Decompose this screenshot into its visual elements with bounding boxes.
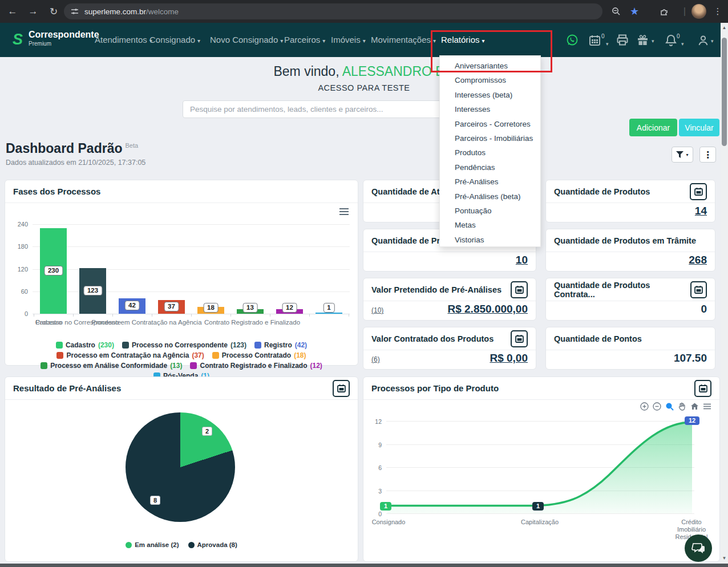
legend-item[interactable]: Em análise (2) (126, 541, 179, 548)
extensions-icon[interactable] (656, 0, 672, 23)
browser-forward-icon[interactable]: → (25, 0, 41, 23)
vincular-button[interactable]: Vincular (679, 119, 719, 136)
dropdown-item-pontua-o[interactable]: Pontuação (440, 204, 540, 218)
calendar-filter-button[interactable] (333, 380, 350, 397)
dropdown-item-pr-an-lises-beta-[interactable]: Pré-Análises (beta) (440, 189, 540, 204)
card-value-link[interactable]: 10 (516, 254, 528, 266)
bar-value-label: 1 (323, 303, 334, 313)
bar-chart-plot: 23012342371813121 (34, 224, 349, 314)
whatsapp-icon[interactable] (566, 31, 579, 49)
bell-icon[interactable] (665, 31, 677, 49)
url-host: superleme.com.br (84, 7, 146, 16)
dropdown-item-pr-an-lises[interactable]: Pré-Análises (440, 175, 540, 189)
more-options-button[interactable]: ⋮ (699, 147, 716, 163)
chevron-down-icon: ▾ (280, 38, 283, 44)
dropdown-item-interesses[interactable]: Interesses (440, 102, 540, 116)
filter-button[interactable]: ▾ (672, 147, 693, 163)
adicionar-button[interactable]: Adicionar (629, 119, 677, 136)
chevron-down-icon: ▾ (681, 41, 684, 47)
card-value-link[interactable]: 14 (695, 205, 707, 217)
scroll-up-icon[interactable]: ▲ (721, 25, 728, 30)
legend-item[interactable]: Cadastro (230) (56, 341, 114, 349)
card-value-link[interactable]: 268 (689, 254, 707, 266)
gift-icon[interactable] (637, 31, 649, 49)
beta-badge: Beta (126, 142, 139, 149)
chart-menu-icon[interactable] (703, 402, 711, 411)
calendar-filter-button[interactable] (511, 281, 528, 298)
legend-item[interactable]: Processo no Correspondente (123) (122, 341, 246, 349)
card-count-link[interactable]: (10) (371, 306, 383, 314)
card-produtos-contratados: Quantidade de Produtos Contrata... 0 (545, 278, 715, 321)
bar-3[interactable]: 37 (152, 224, 191, 314)
calendar-filter-button[interactable] (511, 330, 528, 347)
y-axis-tick: 0 (367, 511, 382, 517)
superleme-logo[interactable]: S (10, 31, 25, 48)
calendar-badge: 0 (601, 33, 605, 39)
nav-consignado[interactable]: Consignado▾ (149, 23, 200, 57)
nav-parceiros[interactable]: Parceiros▾ (284, 23, 325, 57)
bar-1[interactable]: 123 (73, 224, 112, 314)
calendar-filter-button[interactable] (690, 281, 707, 298)
site-settings-icon[interactable] (71, 7, 79, 15)
printer-icon[interactable] (616, 31, 629, 49)
chat-fab-button[interactable] (685, 534, 712, 562)
calendar-icon[interactable] (589, 31, 601, 49)
nav-atendimentos[interactable]: Atendimentos▾ (95, 23, 152, 57)
dropdown-item-parceiros-imobili-rias[interactable]: Parceiros - Imobiliárias (440, 131, 540, 145)
dropdown-item-vistorias[interactable]: Vistorias (440, 233, 540, 247)
bar-4[interactable]: 18 (191, 224, 230, 314)
bar-value-label: 18 (203, 303, 219, 313)
legend-item[interactable]: Aprovada (8) (188, 541, 237, 548)
browser-toolbar: ← → ↻ superleme.com.br/welcome ★ | ⋮ (0, 0, 728, 23)
browser-profile-avatar[interactable] (691, 4, 706, 19)
scroll-down-icon[interactable]: ▼ (721, 556, 728, 561)
browser-menu-icon[interactable]: ⋮ (710, 0, 726, 23)
zoom-out-icon[interactable] (653, 402, 661, 411)
dropdown-item-compromissos[interactable]: Compromissos (440, 73, 540, 87)
bar-5[interactable]: 13 (230, 224, 270, 314)
legend-item[interactable]: Contrato Registrado e Finalizado (12) (190, 362, 322, 370)
page-scrollbar[interactable]: ▲ ▼ (721, 23, 728, 564)
search-input[interactable] (183, 100, 475, 118)
pie-slice-label: 2 (202, 427, 212, 436)
card-title: Quantidade de Pontos (554, 334, 642, 343)
home-reset-icon[interactable] (690, 402, 699, 411)
zoom-in-icon[interactable] (640, 402, 649, 411)
relatorios-dropdown-menu: AniversariantesCompromissosInteresses (b… (439, 55, 541, 247)
legend-item[interactable]: Processo em Contratação na Agência (37) (56, 351, 204, 359)
dropdown-item-pend-ncias[interactable]: Pendências (440, 160, 540, 175)
nav-novo-consignado[interactable]: Novo Consignado▾ (210, 23, 283, 57)
legend-item[interactable]: Processo em Análise Conformidade (13) (41, 362, 182, 370)
pan-hand-icon[interactable] (678, 402, 686, 411)
calendar-filter-button[interactable] (690, 183, 707, 200)
chart-menu-icon[interactable] (339, 206, 349, 217)
user-icon[interactable] (697, 31, 709, 49)
dropdown-item-produtos[interactable]: Produtos (440, 145, 540, 160)
card-value-link[interactable]: R$ 0,00 (490, 352, 528, 364)
browser-reload-icon[interactable]: ↻ (46, 0, 62, 23)
selection-zoom-icon[interactable] (665, 402, 674, 411)
dropdown-item-metas[interactable]: Metas (440, 218, 540, 232)
card-value-link[interactable]: R$ 2.850.000,00 (447, 303, 528, 315)
dropdown-item-parceiros-corretores[interactable]: Parceiros - Corretores (440, 117, 540, 131)
bar-7[interactable]: 1 (309, 224, 349, 314)
bar-2[interactable]: 42 (112, 224, 152, 314)
bookmark-star-icon[interactable]: ★ (626, 0, 642, 23)
dropdown-item-interesses-beta-[interactable]: Interesses (beta) (440, 88, 540, 102)
scrollbar-thumb[interactable] (722, 38, 727, 146)
card-count-link[interactable]: (6) (371, 355, 380, 363)
card-title: Resultado de Pré-Análises (13, 383, 121, 393)
browser-back-icon[interactable]: ← (5, 0, 21, 23)
legend-item[interactable]: Processo Contratado (18) (212, 351, 306, 359)
address-bar[interactable]: superleme.com.br/welcome (64, 3, 602, 19)
legend-item[interactable]: Registro (42) (254, 341, 307, 349)
bar-0[interactable]: 230 (34, 224, 73, 314)
chevron-down-icon: ▾ (322, 38, 325, 44)
bar-6[interactable]: 12 (270, 224, 309, 314)
nav-movimentacoes[interactable]: Movimentações▾ (371, 23, 436, 57)
pie-chart[interactable] (126, 412, 235, 522)
chevron-down-icon: ▾ (606, 41, 609, 47)
nav-imoveis[interactable]: Imóveis▾ (331, 23, 366, 57)
zoom-indicator-icon[interactable] (608, 0, 624, 23)
calendar-filter-button[interactable] (694, 380, 711, 397)
